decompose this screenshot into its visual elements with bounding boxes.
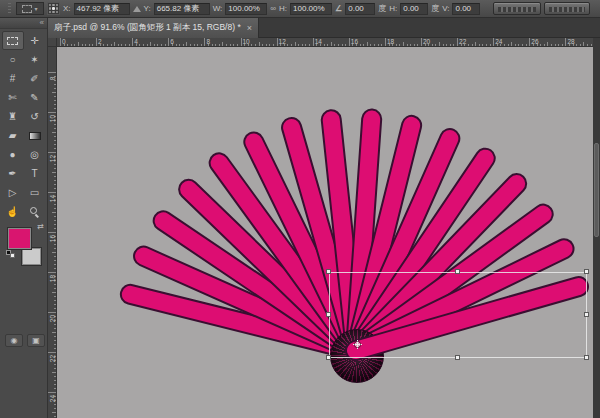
h-ruler-label: 28	[567, 38, 574, 45]
h-ruler-label: 2	[98, 38, 102, 45]
rotate-input[interactable]: 0.00	[345, 3, 375, 15]
h-ruler-label: 26	[531, 38, 538, 45]
transform-bounding-box[interactable]	[329, 272, 587, 358]
h-ruler-label: 6	[170, 38, 174, 45]
h-ruler-label: 12	[279, 38, 286, 45]
transform-reference-point[interactable]	[353, 340, 362, 349]
skew-v-label: V:	[442, 4, 449, 13]
h-input[interactable]: 100.00%	[290, 3, 332, 15]
right-panel-edge	[593, 38, 600, 418]
clone-stamp-tool[interactable]: ♜	[2, 107, 24, 126]
relative-position-icon[interactable]	[133, 6, 141, 12]
ruler-corner	[48, 38, 57, 47]
history-brush-tool[interactable]: ↺	[24, 107, 46, 126]
brush-tool[interactable]: ✎	[24, 88, 46, 107]
magic-wand-tool[interactable]: ✶	[24, 50, 46, 69]
w-input[interactable]: 100.00%	[225, 3, 267, 15]
swap-colors-icon[interactable]: ⇄	[37, 222, 44, 231]
screen-mode-button[interactable]: ▣	[27, 334, 45, 347]
foreground-color-swatch[interactable]	[8, 228, 31, 249]
tools-panel: « ✛○✶#✐✄✎♜↺▰●◎✒T▷▭☝ ⇄ ◉ ▣	[0, 18, 48, 418]
x-input[interactable]: 467.92 像素	[74, 3, 130, 15]
hand-tool[interactable]: ☝	[2, 202, 24, 221]
horizontal-ruler[interactable]: 0246810121416182022242628	[57, 38, 593, 47]
tools-panel-collapse[interactable]: «	[0, 18, 47, 29]
document-tab-title: 扇子.psd @ 91.6% (圆角矩形 1 副本 15, RGB/8) *	[54, 22, 241, 34]
shape-tool[interactable]: ▭	[24, 183, 46, 202]
h-label: H:	[279, 4, 287, 13]
transform-handle[interactable]	[326, 269, 331, 274]
tools-grid: ✛○✶#✐✄✎♜↺▰●◎✒T▷▭☝	[0, 31, 47, 221]
v-ruler-label: 24	[49, 394, 56, 403]
transform-tool-icon	[22, 5, 32, 13]
rotate-unit: 度	[378, 3, 386, 14]
skew-h-unit: 度	[431, 3, 439, 14]
h-ruler-label: 18	[387, 38, 394, 45]
quick-mask-button[interactable]: ◉	[5, 334, 23, 347]
h-ruler-label: 10	[243, 38, 250, 45]
document-tab[interactable]: 扇子.psd @ 91.6% (圆角矩形 1 副本 15, RGB/8) * ×	[48, 18, 259, 38]
crop-tool[interactable]: #	[2, 69, 24, 88]
h-ruler-label: 22	[459, 38, 466, 45]
blur-tool[interactable]: ●	[2, 145, 24, 164]
v-ruler-label: 16	[49, 234, 56, 243]
gradient-icon	[29, 132, 41, 140]
marquee-icon	[7, 37, 18, 45]
photoshop-window: ▾ X: 467.92 像素 Y: 665.82 像素 W: 100.00% ∞…	[0, 0, 600, 418]
transform-handle[interactable]	[326, 312, 331, 317]
v-ruler-label: 12	[49, 154, 56, 163]
skew-v-input[interactable]: 0.00	[452, 3, 480, 15]
unreadable-button-left[interactable]	[493, 2, 541, 15]
v-ruler-label: 14	[49, 194, 56, 203]
healing-brush-tool[interactable]: ✄	[2, 88, 24, 107]
background-color-swatch[interactable]	[22, 248, 41, 265]
transform-handle[interactable]	[584, 355, 589, 360]
transform-handle[interactable]	[584, 312, 589, 317]
type-tool[interactable]: T	[24, 164, 46, 183]
link-dimensions-icon[interactable]: ∞	[270, 4, 276, 13]
transform-handle[interactable]	[455, 355, 460, 360]
tab-close-icon[interactable]: ×	[247, 23, 252, 33]
rectangular-marquee-tool[interactable]	[2, 31, 24, 50]
y-input[interactable]: 665.82 像素	[154, 3, 210, 15]
lasso-tool[interactable]: ○	[2, 50, 24, 69]
h-ruler-label: 14	[315, 38, 322, 45]
w-label: W:	[213, 4, 223, 13]
h-ruler-label: 8	[206, 38, 210, 45]
transform-handle[interactable]	[326, 355, 331, 360]
v-ruler-label: 8	[49, 74, 56, 83]
default-colors-icon[interactable]	[6, 250, 15, 258]
chevron-down-icon: ▾	[34, 5, 37, 12]
skew-h-label: H:	[389, 4, 397, 13]
options-bar-grip	[8, 3, 11, 15]
dodge-tool[interactable]: ◎	[24, 145, 46, 164]
vertical-scrollbar[interactable]	[594, 143, 599, 237]
rotate-angle-icon: ∠	[335, 4, 342, 13]
gradient-tool[interactable]	[24, 126, 46, 145]
tab-bar: 扇子.psd @ 91.6% (圆角矩形 1 副本 15, RGB/8) * ×	[48, 18, 600, 38]
move-tool[interactable]: ✛	[24, 31, 46, 50]
tool-preset-picker[interactable]: ▾	[16, 2, 44, 15]
magnifier-icon	[30, 207, 39, 216]
v-ruler-label: 22	[49, 354, 56, 363]
x-label: X:	[63, 4, 71, 13]
color-swatches: ⇄	[6, 224, 44, 268]
v-ruler-label: 10	[49, 114, 56, 123]
path-selection-tool[interactable]: ▷	[2, 183, 24, 202]
skew-h-input[interactable]: 0.00	[400, 3, 428, 15]
transform-handle[interactable]	[455, 269, 460, 274]
eraser-tool[interactable]: ▰	[2, 126, 24, 145]
v-ruler-label: 20	[49, 314, 56, 323]
reference-point-locator[interactable]	[47, 2, 60, 15]
options-bar: ▾ X: 467.92 像素 Y: 665.82 像素 W: 100.00% ∞…	[0, 0, 600, 18]
pen-tool[interactable]: ✒	[2, 164, 24, 183]
unreadable-button-right[interactable]	[544, 2, 590, 15]
transform-handle[interactable]	[584, 269, 589, 274]
document-canvas[interactable]	[57, 47, 593, 418]
vertical-ruler[interactable]: 81012141618202224	[48, 47, 57, 418]
h-ruler-label: 20	[423, 38, 430, 45]
h-ruler-label: 0	[62, 38, 66, 45]
zoom-tool[interactable]	[24, 202, 46, 221]
v-ruler-label: 18	[49, 274, 56, 283]
eyedropper-tool[interactable]: ✐	[24, 69, 46, 88]
